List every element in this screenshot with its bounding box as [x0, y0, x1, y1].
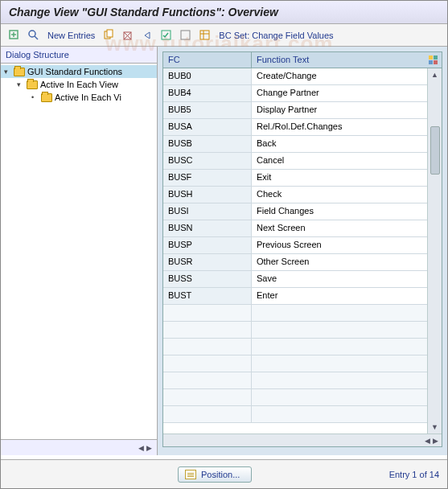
table-row[interactable]: BUSNNext Screen — [163, 220, 427, 237]
svg-rect-10 — [200, 31, 209, 39]
cell-fc[interactable]: BUSA — [163, 119, 252, 135]
tree-node-gui-standard-functions[interactable]: ▾ GUI Standard Functions — [1, 65, 157, 78]
table-row[interactable]: BUSROther Screen — [163, 254, 427, 271]
cell-function-text[interactable] — [252, 305, 427, 321]
tree-node-active-in-each-view-sub[interactable]: • Active In Each Vi — [1, 91, 157, 104]
delete-icon[interactable] — [121, 28, 135, 43]
table-row[interactable]: BUSPPrevious Screen — [163, 237, 427, 254]
cell-fc[interactable] — [163, 372, 252, 388]
table-row[interactable]: BUB4Change Partner — [163, 85, 427, 102]
scroll-left-icon[interactable]: ◀ — [138, 444, 144, 452]
table-row[interactable]: BUSHCheck — [163, 187, 427, 203]
table-row-empty[interactable] — [163, 389, 427, 406]
cell-function-text[interactable] — [252, 406, 427, 422]
column-header-function-text[interactable]: Function Text — [252, 52, 425, 68]
table-row[interactable]: BUSARel./Rol.Def.Changes — [163, 119, 427, 136]
cell-function-text[interactable] — [252, 389, 427, 405]
cell-function-text[interactable]: Rel./Rol.Def.Changes — [252, 119, 427, 135]
find-icon[interactable] — [27, 28, 41, 43]
cell-function-text[interactable] — [252, 339, 427, 355]
cell-function-text[interactable]: Back — [252, 136, 427, 152]
cell-function-text[interactable]: Change Partner — [252, 85, 427, 101]
table-row-empty[interactable] — [163, 372, 427, 389]
table-row-empty[interactable] — [163, 305, 427, 322]
cell-function-text[interactable]: Cancel — [252, 153, 427, 169]
cell-function-text[interactable]: Exit — [252, 170, 427, 186]
position-button[interactable]: Position... — [178, 466, 252, 483]
cell-function-text[interactable]: Field Changes — [252, 203, 427, 220]
table-config-icon[interactable] — [425, 52, 442, 68]
cell-function-text[interactable]: Check — [252, 187, 427, 203]
cell-fc[interactable] — [163, 406, 252, 422]
scroll-right-icon[interactable]: ▶ — [433, 437, 438, 445]
copy-icon[interactable] — [101, 28, 116, 43]
cell-fc[interactable]: BUB4 — [163, 85, 252, 101]
vertical-scrollbar[interactable]: ▲ ▼ — [427, 68, 442, 434]
new-entries-button[interactable]: New Entries — [46, 31, 97, 40]
tree-node-label: GUI Standard Functions — [27, 67, 122, 76]
select-all-icon[interactable] — [159, 28, 174, 43]
cell-function-text[interactable]: Other Screen — [252, 254, 427, 270]
cell-function-text[interactable] — [252, 372, 427, 388]
table-row-empty[interactable] — [163, 322, 427, 339]
table-settings-icon[interactable] — [198, 28, 212, 43]
cell-fc[interactable]: BUSN — [163, 220, 252, 236]
cell-fc[interactable]: BUSI — [163, 203, 252, 220]
cell-fc[interactable] — [163, 305, 252, 321]
table-row-empty[interactable] — [163, 406, 427, 423]
scroll-left-icon[interactable]: ◀ — [425, 437, 430, 445]
horizontal-scrollbar[interactable]: ◀ ▶ — [163, 434, 442, 446]
table-row[interactable]: BUSFExit — [163, 170, 427, 187]
table-row[interactable]: BUB5Display Partner — [163, 102, 427, 119]
scroll-up-icon[interactable]: ▲ — [431, 68, 438, 81]
cell-function-text[interactable]: Save — [252, 271, 427, 287]
table-row[interactable]: BUSSSave — [163, 271, 427, 288]
scroll-right-icon[interactable]: ▶ — [146, 444, 152, 452]
cell-fc[interactable]: BUSC — [163, 153, 252, 169]
table-row[interactable]: BUSIField Changes — [163, 203, 427, 220]
cell-fc[interactable] — [163, 389, 252, 405]
scroll-down-icon[interactable]: ▼ — [431, 421, 438, 434]
cell-function-text[interactable] — [252, 355, 427, 372]
cell-fc[interactable]: BUST — [163, 288, 252, 304]
folder-icon — [14, 68, 25, 76]
table-row-empty[interactable] — [163, 355, 427, 372]
deselect-all-icon[interactable] — [179, 28, 193, 43]
cell-function-text[interactable]: Previous Screen — [252, 237, 427, 253]
cell-function-text[interactable] — [252, 322, 427, 338]
table-row[interactable]: BUSCCancel — [163, 153, 427, 170]
table-row[interactable]: BUB0Create/Change — [163, 68, 427, 85]
svg-rect-9 — [181, 31, 190, 39]
cell-function-text[interactable]: Create/Change — [252, 68, 427, 84]
cell-function-text[interactable]: Enter — [252, 288, 427, 304]
cell-fc[interactable]: BUSS — [163, 271, 252, 287]
table-row-empty[interactable] — [163, 339, 427, 355]
cell-fc[interactable] — [163, 339, 252, 355]
cell-fc[interactable] — [163, 322, 252, 338]
cell-fc[interactable]: BUSH — [163, 187, 252, 203]
cell-function-text[interactable]: Display Partner — [252, 102, 427, 118]
cell-fc[interactable]: BUSF — [163, 170, 252, 186]
cell-fc[interactable]: BUSP — [163, 237, 252, 253]
cell-fc[interactable]: BUSB — [163, 136, 252, 152]
cell-fc[interactable]: BUB0 — [163, 68, 252, 84]
undo-icon[interactable] — [140, 28, 154, 43]
scrollbar-thumb[interactable] — [430, 126, 440, 175]
cell-fc[interactable]: BUSR — [163, 254, 252, 270]
tree-node-active-in-each-view[interactable]: ▾ Active In Each View — [1, 78, 157, 91]
cell-function-text[interactable]: Next Screen — [252, 220, 427, 236]
cell-fc[interactable] — [163, 355, 252, 372]
chevron-down-icon[interactable]: ▾ — [4, 68, 11, 76]
column-header-fc[interactable]: FC — [163, 52, 252, 68]
cell-fc[interactable]: BUB5 — [163, 102, 252, 118]
chevron-down-icon[interactable]: ▾ — [17, 80, 24, 88]
folder-icon — [27, 80, 38, 89]
expand-all-icon[interactable] — [7, 28, 22, 43]
svg-rect-13 — [429, 55, 433, 60]
sidebar-hscroll[interactable]: ◀ ▶ — [1, 439, 157, 455]
sidebar-header: Dialog Structure — [1, 47, 157, 64]
bc-set-button[interactable]: BC Set: Change Field Values — [217, 31, 335, 40]
table-row[interactable]: BUSTEnter — [163, 288, 427, 305]
dialog-structure-sidebar: Dialog Structure ▾ GUI Standard Function… — [1, 47, 158, 455]
table-row[interactable]: BUSBBack — [163, 136, 427, 153]
